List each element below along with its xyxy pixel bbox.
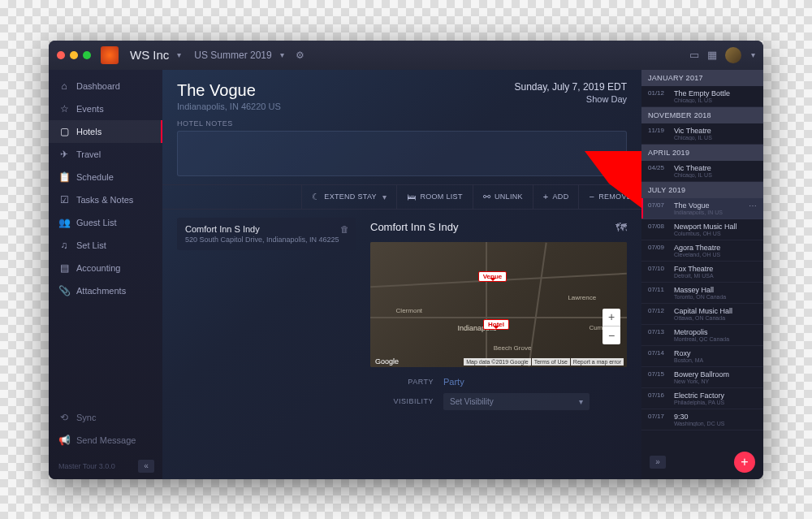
sidebar: ⌂Dashboard☆Events▢Hotels✈Travel📋Schedule… [49,70,162,479]
event-date: 07/07 [648,201,669,215]
event-name: The Vogue [674,201,744,210]
timeline-panel: JANUARY 201701/12The Empty BottleChicago… [641,70,763,479]
map-attribution: Google [375,357,399,365]
maximize-icon[interactable] [83,51,91,59]
party-value[interactable]: Party [443,377,464,387]
nav-icon: ♫ [58,240,70,251]
hotel-address: 520 South Capitol Drive, Indianapolis, I… [185,236,348,244]
visibility-select[interactable]: Set Visibility ▾ [443,393,590,410]
event-date: 07/17 [648,413,669,426]
calendar-icon[interactable]: ▦ [707,49,717,61]
avatar[interactable] [725,47,741,63]
page-title: The Vogue [177,81,281,100]
timeline-event[interactable]: 04/25Vic TheatreChicago, IL US [641,161,763,182]
hotel-list-item[interactable]: Comfort Inn S Indy 520 South Capitol Dri… [177,218,356,250]
sidebar-item-attachments[interactable]: 📎Attachments [49,279,162,302]
sidebar-item-tasks-notes[interactable]: ☑Tasks & Notes [49,188,162,211]
sidebar-item-schedule[interactable]: 📋Schedule [49,166,162,188]
window-controls [57,51,91,59]
add-event-button[interactable]: + [734,452,755,473]
timeline-event[interactable]: 07/11Massey HallToronto, ON Canada [641,283,763,304]
tour-selector[interactable]: US Summer 2019 [194,50,271,61]
unlink-icon: ⚯ [483,192,490,202]
timeline-event[interactable]: 07/14RoxyBoston, MA [641,346,763,367]
sidebar-item-guest-list[interactable]: 👥Guest List [49,211,162,234]
nav-label: Attachments [76,286,126,296]
event-location: Indianapolis, IN US [674,210,744,215]
collapse-sidebar-button[interactable]: « [138,460,154,473]
app-title[interactable]: WS Inc [130,48,169,62]
bed-icon: 🛏 [407,192,416,201]
event-name: Agora Theatre [674,244,757,252]
nav-icon: ☆ [58,103,70,115]
event-location: Chicago, IL US [674,135,757,141]
sidebar-item-travel[interactable]: ✈Travel [49,143,162,166]
moon-icon: ☾ [312,192,320,202]
timeline-event[interactable]: 07/09Agora TheatreCleveland, OH US [641,240,763,262]
nav-icon: ▤ [58,262,70,274]
sidebar-item-send-message[interactable]: 📢Send Message [49,429,162,452]
event-date: 07/11 [648,286,669,300]
chevron-down-icon: ▾ [382,192,387,201]
map-icon[interactable]: 🗺 [615,221,627,234]
unlink-button[interactable]: ⚯UNLINK [473,185,533,209]
sidebar-item-set-list[interactable]: ♫Set List [49,234,162,257]
event-location: Chicago, IL US [674,97,757,103]
map-terms-link[interactable]: Terms of Use [532,358,570,365]
chevron-down-icon[interactable]: ▾ [280,50,284,59]
timeline-event[interactable]: 07/179:30Washington, DC US [641,409,763,430]
timeline-event[interactable]: 07/16Electric FactoryPhiladelphia, PA US [641,388,763,409]
event-name: Fox Theatre [674,265,757,273]
extend-stay-button[interactable]: ☾EXTEND STAY▾ [301,185,396,209]
event-date: 07/09 [648,244,669,257]
event-date: 11/19 [648,127,669,141]
add-button[interactable]: +ADD [533,185,579,209]
chevron-down-icon: ▾ [579,397,583,406]
timeline-event[interactable]: 07/10Fox TheatreDetroit, MI USA [641,262,763,283]
remove-button[interactable]: −REMOVE [578,185,641,209]
close-icon[interactable] [57,51,65,59]
timeline-event[interactable]: 01/12The Empty BottleChicago, IL US [641,86,763,107]
card-icon[interactable]: ▭ [689,49,699,61]
timeline-month-header: JULY 2019 [641,182,763,198]
map-city-label: Beech Grove [494,344,532,352]
timeline-event[interactable]: 07/08Newport Music HallColumbus, OH US [641,219,763,240]
event-name: Electric Factory [674,391,757,400]
sidebar-item-sync[interactable]: ⟲Sync [49,406,162,429]
room-list-button[interactable]: 🛏ROOM LIST [396,185,473,209]
trash-icon[interactable]: 🗑 [340,224,349,234]
zoom-out-button[interactable]: − [603,327,620,344]
sidebar-item-hotels[interactable]: ▢Hotels [49,120,162,143]
chevron-down-icon[interactable]: ▾ [751,50,755,59]
zoom-in-button[interactable]: + [603,309,620,327]
map-hotel-pin[interactable]: Hotel [483,319,509,330]
timeline-event[interactable]: 07/13MetropolisMontreal, QC Canada [641,325,763,346]
map-view[interactable]: Clermont Lawrence Beech Grove Cumb India… [370,242,627,367]
map-zoom-controls: + − [603,309,620,344]
timeline-event[interactable]: 11/19Vic TheatreChicago, IL US [641,123,763,145]
expand-timeline-button[interactable]: » [650,456,666,469]
timeline-event[interactable]: 07/07The VogueIndianapolis, IN US⋯ [641,198,763,219]
event-date: Sunday, July 7, 2019 EDT [514,81,627,93]
nav-label: Tasks & Notes [76,195,133,205]
chevron-down-icon[interactable]: ▾ [177,50,181,59]
event-name: Metropolis [674,328,757,336]
timeline-event[interactable]: 07/12Capital Music HallOttawa, ON Canada [641,304,763,325]
hotel-notes-input[interactable] [177,131,627,176]
event-date: 07/08 [648,223,669,236]
main-panel: The Vogue Indianapolis, IN 46220 US Sund… [162,70,641,479]
event-date: 07/12 [648,307,669,321]
sidebar-item-events[interactable]: ☆Events [49,97,162,120]
event-date: 07/13 [648,328,669,342]
sidebar-item-dashboard[interactable]: ⌂Dashboard [49,75,162,97]
sidebar-item-accounting[interactable]: ▤Accounting [49,257,162,279]
event-name: 9:30 [674,413,757,421]
nav-icon: ⌂ [58,80,70,92]
timeline-event[interactable]: 07/15Bowery BallroomNew York, NY [641,367,763,388]
event-name: Vic Theatre [674,127,757,135]
map-report-link[interactable]: Report a map error [571,358,624,365]
map-venue-pin[interactable]: Venue [478,271,508,282]
gear-icon[interactable]: ⚙ [296,50,304,61]
more-icon[interactable]: ⋯ [749,201,757,215]
minimize-icon[interactable] [70,51,78,59]
